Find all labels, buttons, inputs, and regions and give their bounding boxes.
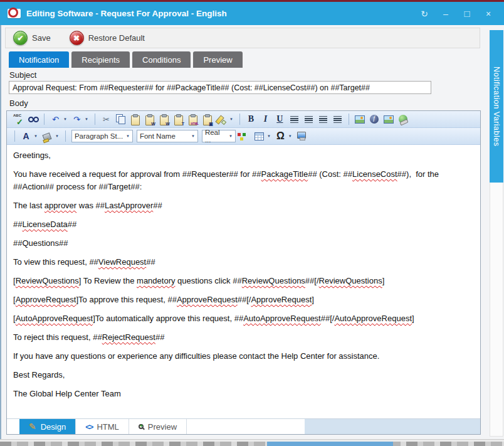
app-icon bbox=[8, 9, 21, 18]
special-character-dropdown-icon[interactable]: ▼ bbox=[288, 134, 292, 138]
dialog-content: ✔ Save ✖ Restore Default NotificationRec… bbox=[0, 25, 504, 439]
save-button[interactable]: ✔ Save bbox=[13, 31, 51, 45]
underline-icon[interactable]: U bbox=[273, 113, 286, 126]
font-name-select[interactable]: Font Name▼ bbox=[137, 130, 198, 142]
cut-icon[interactable]: ✂ bbox=[100, 113, 113, 126]
paragraph-style-select[interactable]: Paragraph St...▼ bbox=[71, 130, 133, 142]
css-class-icon[interactable] bbox=[238, 130, 251, 143]
align-left-icon[interactable] bbox=[317, 113, 330, 126]
tab-preview[interactable]: Preview bbox=[193, 51, 242, 68]
refresh-button[interactable]: ↻ bbox=[416, 6, 433, 21]
title-bar: Editing Software - Request For Approval … bbox=[0, 2, 504, 25]
notification-variables-tab[interactable]: Notification Variables bbox=[490, 30, 503, 183]
mode-tabs-filler bbox=[305, 419, 480, 434]
editor-toolbar-row2: A▼▼Paragraph St...▼Font Name▼Real ...▼▼Ω… bbox=[7, 128, 480, 145]
tab-recipients[interactable]: Recipients bbox=[71, 51, 130, 68]
mode-tab-label: HTML bbox=[97, 422, 118, 432]
background-window-strip bbox=[0, 439, 504, 446]
save-icon: ✔ bbox=[13, 31, 28, 45]
paste-from-word-icon[interactable]: W bbox=[143, 113, 156, 126]
mode-tab-html[interactable]: <>HTML bbox=[76, 419, 129, 434]
mode-tab-label: Design bbox=[41, 422, 66, 432]
font-size-select[interactable]: Real ...▼ bbox=[202, 130, 236, 142]
toolbar-separator bbox=[239, 114, 240, 125]
restore-default-button[interactable]: ✖ Restore Default bbox=[70, 31, 145, 45]
body-paragraph: The Global Help Center Team bbox=[13, 388, 474, 400]
body-paragraph: To view this request, ##ViewRequest## bbox=[13, 256, 474, 268]
font-color-dropdown-icon[interactable]: ▼ bbox=[34, 134, 38, 138]
dropdown-arrow-icon: ▼ bbox=[229, 134, 233, 138]
body-paragraph: To reject this request, ##RejectRequest#… bbox=[13, 331, 474, 344]
format-painter-dropdown-icon[interactable]: ▼ bbox=[229, 117, 233, 121]
body-paragraph: If you have any questions or experience … bbox=[13, 350, 474, 363]
spellcheck-icon[interactable] bbox=[11, 113, 25, 126]
redo-icon[interactable]: ↷ bbox=[70, 113, 83, 126]
body-paragraph: You have received a request for approval… bbox=[13, 168, 474, 193]
pencil-icon: ✎ bbox=[29, 422, 36, 431]
code-icon: <> bbox=[85, 422, 92, 432]
editor-toolbar-row1: ↶▼↷▼✂WWTHTML▣▼BIU bbox=[7, 111, 480, 128]
undo-icon[interactable]: ↶ bbox=[49, 113, 62, 126]
paste-word-cleaned-icon[interactable]: W bbox=[157, 113, 171, 126]
body-editor[interactable]: Greetings,You have received a request fo… bbox=[7, 145, 480, 418]
close-button[interactable]: × bbox=[480, 6, 496, 21]
body-paragraph: Greetings, bbox=[13, 149, 474, 162]
dropdown-arrow-icon: ▼ bbox=[191, 134, 195, 138]
paste-icon[interactable] bbox=[129, 113, 142, 126]
insert-flash-icon[interactable] bbox=[368, 113, 381, 126]
paste-plain-text-icon[interactable]: T bbox=[172, 113, 185, 126]
media-icon[interactable] bbox=[295, 130, 308, 143]
window-title: Editing Software - Request For Approval … bbox=[26, 9, 227, 18]
find-icon[interactable] bbox=[26, 113, 39, 126]
font-color-icon[interactable]: A bbox=[19, 130, 33, 143]
bold-icon[interactable]: B bbox=[244, 113, 258, 126]
notification-variables-label: Notification Variables bbox=[492, 66, 501, 147]
rich-text-editor: ↶▼↷▼✂WWTHTML▣▼BIU A▼▼Paragraph St...▼Fon… bbox=[6, 110, 481, 435]
insert-table-icon[interactable] bbox=[253, 130, 266, 143]
body-paragraph: The last approver was ##LastApprover## bbox=[13, 199, 474, 212]
undo-dropdown-icon[interactable]: ▼ bbox=[63, 117, 67, 121]
copy-icon[interactable] bbox=[114, 113, 127, 126]
paste-special-icon[interactable]: ▣ bbox=[201, 113, 214, 126]
body-paragraph: [AutoApproveRequest]To automatically app… bbox=[13, 312, 474, 325]
insert-image-icon[interactable] bbox=[354, 113, 367, 126]
fill-color-icon[interactable] bbox=[41, 130, 54, 143]
mode-tab-preview[interactable]: Preview bbox=[129, 419, 187, 434]
italic-icon[interactable]: I bbox=[259, 113, 272, 126]
fill-color-dropdown-icon[interactable]: ▼ bbox=[55, 134, 59, 138]
restore-default-icon: ✖ bbox=[70, 31, 84, 45]
toolbar-separator bbox=[65, 130, 66, 142]
mode-tab-design[interactable]: ✎Design bbox=[19, 419, 76, 434]
align-center-icon[interactable] bbox=[288, 113, 301, 126]
justify-icon[interactable] bbox=[302, 113, 315, 126]
save-label: Save bbox=[32, 33, 51, 43]
body-paragraph: ##LicenseData## bbox=[13, 218, 474, 231]
paste-as-html-icon[interactable]: HTML bbox=[186, 113, 199, 126]
subject-input[interactable] bbox=[9, 81, 431, 94]
toolbar-separator bbox=[349, 114, 349, 125]
magnifier-icon bbox=[139, 424, 144, 429]
hyperlink-icon[interactable] bbox=[397, 113, 410, 126]
image-properties-icon[interactable] bbox=[382, 113, 396, 126]
table-dropdown-icon[interactable]: ▼ bbox=[267, 134, 271, 138]
body-label: Body bbox=[9, 98, 28, 108]
align-right-icon[interactable] bbox=[331, 113, 344, 126]
tab-conditions[interactable]: Conditions bbox=[132, 51, 191, 68]
format-painter-icon[interactable] bbox=[215, 113, 228, 126]
toolbar-separator bbox=[14, 130, 15, 142]
subject-label: Subject bbox=[9, 70, 36, 80]
main-tab-bar: NotificationRecipientsConditionsPreview bbox=[9, 51, 243, 68]
window: Editing Software - Request For Approval … bbox=[0, 0, 504, 446]
window-controls: ↻–□× bbox=[416, 6, 504, 21]
body-paragraph: Best Regards, bbox=[13, 369, 474, 381]
editor-mode-tabs: ✎Design<>HTMLPreview bbox=[7, 418, 480, 434]
maximize-button[interactable]: □ bbox=[459, 6, 475, 21]
minimize-button[interactable]: – bbox=[438, 6, 454, 21]
body-paragraph: [ApproveRequest]To approve this request,… bbox=[13, 294, 474, 306]
special-character-icon[interactable]: Ω bbox=[274, 130, 287, 143]
body-paragraph: [ReviewQuestions] To Review the mandetor… bbox=[13, 275, 474, 287]
dropdown-arrow-icon: ▼ bbox=[126, 134, 130, 138]
tab-notification[interactable]: Notification bbox=[9, 51, 69, 68]
redo-dropdown-icon[interactable]: ▼ bbox=[85, 117, 88, 121]
command-toolbar: ✔ Save ✖ Restore Default bbox=[5, 28, 480, 48]
